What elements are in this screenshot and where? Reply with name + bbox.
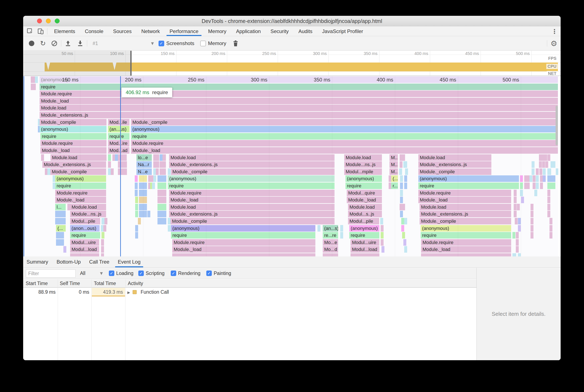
flame-bar-sliver[interactable] [518,253,521,256]
flame-bar-sliver[interactable] [153,175,156,182]
flame-bar-sliver[interactable] [380,218,383,224]
flame-bar-sliver[interactable] [547,190,550,196]
flame-bar-mo-d[interactable]: Mo...d [323,246,338,253]
flame-bar-sliver[interactable] [158,211,166,217]
flame-bar-sliver[interactable] [139,211,147,217]
flame-bar-sliver[interactable] [158,197,166,203]
tab-bottom-up[interactable]: Bottom-Up [57,256,81,267]
flame-bar-module-compile[interactable]: Module._compile [171,168,334,175]
flame-bar-sliver[interactable] [56,232,64,238]
flame-bar-sliver[interactable] [121,154,127,161]
flame-bar-sliver[interactable] [404,218,407,224]
flame-bar-sliver[interactable] [527,175,530,182]
flame-bar-sliver[interactable] [547,175,555,182]
tab-network[interactable]: Network [141,26,160,36]
tab-event-log[interactable]: Event Log [118,256,140,267]
flame-bar-sliver[interactable] [516,232,519,238]
flame-bar-sliver[interactable] [158,182,166,189]
flame-bar-sliver[interactable] [162,154,166,161]
flame-bar-sliver[interactable] [530,204,534,210]
flame-bar-sliver[interactable] [56,239,64,246]
flame-bar-sliver[interactable] [101,239,104,246]
flame-bar-module-compile[interactable]: Module._compile [418,168,491,175]
flame-bar-sliver[interactable] [534,190,537,196]
flame-bar-sliver[interactable] [516,239,519,246]
flame-bar-module-require[interactable]: Module.require [169,190,334,196]
flame-chart[interactable]: (anonymous)requireModule.requireModule._… [24,76,558,256]
flame-bar-sliver[interactable] [158,204,166,210]
row-disclosure-icon[interactable]: ▶ [127,288,130,296]
flame-bar-sliver[interactable] [139,204,147,210]
flame-bar-sliver[interactable] [135,232,138,238]
flame-bar-module-load[interactable]: Module.load [418,154,491,161]
flame-bar-sliver[interactable] [104,218,107,224]
flame-bar-sliver[interactable] [135,225,138,232]
record-button[interactable] [28,40,35,47]
flame-bar-sliver[interactable] [543,175,546,182]
flame-bar-module-load[interactable]: Module._load [421,246,511,253]
flame-bar-sliver[interactable] [101,253,104,256]
flame-bar-sliver[interactable] [138,218,141,224]
flame-bar-sliver[interactable] [118,161,127,168]
flame-bar-sliver[interactable] [101,246,104,253]
flame-bar-na-r[interactable]: Na...r [136,161,152,168]
flame-bar-sliver[interactable] [33,84,36,90]
flame-bar--anonymous-[interactable]: (anonymous) [418,175,519,182]
flame-bar-sliver[interactable] [421,253,511,256]
column-header-start-time[interactable]: Start Time [26,279,48,288]
flame-bar-sliver[interactable] [547,182,555,189]
flame-bar-module-extensions-js[interactable]: Module._extensions..js [169,161,334,168]
flame-bar--anonymous-[interactable]: (anonymous) [40,76,558,83]
flame-bar-sliver[interactable] [405,168,408,175]
flame-bar--anonymous-[interactable]: (anonymous) [55,175,106,182]
flame-bar-require[interactable]: require [70,232,100,238]
flame-bar-sliver[interactable] [156,154,159,161]
flame-bar-sliver[interactable] [532,168,534,175]
flame-bar-module-require[interactable]: Module.require [40,90,558,97]
flame-bar-m-[interactable]: M... [390,168,398,175]
flame-bar-sliver[interactable] [520,182,523,189]
flame-bar-module-load[interactable]: Module.load [50,154,106,161]
flame-bar-sliver[interactable] [102,218,104,224]
flame-bar-n-e[interactable]: N...e [136,168,152,175]
flame-bar-mod-ile[interactable]: Mod...ile [108,119,130,126]
flame-bar-sliver[interactable] [547,197,550,203]
tab-security[interactable]: Security [270,26,289,36]
flame-bar-sliver[interactable] [401,225,404,232]
flame-bar--anon-ous-[interactable]: (anon...ous) [70,225,100,232]
flame-bar-sliver[interactable] [514,190,517,196]
flame-bar-sliver[interactable] [381,232,384,238]
flame-bar-sliver[interactable] [111,168,114,175]
flame-bar-module-load[interactable]: Module.load [169,204,334,210]
tab-elements[interactable]: Elements [54,26,75,36]
flame-bar-require[interactable]: require [40,133,106,140]
flame-bar-module-load[interactable]: Module.load [348,204,382,210]
overview-selection-handle[interactable] [130,51,132,76]
flame-bar-sliver[interactable] [156,161,159,168]
flame-bar-sliver[interactable] [55,218,66,224]
flame-bar-sliver[interactable] [156,168,159,175]
flame-bar-sliver[interactable] [67,204,70,210]
flame-bar-module-require[interactable]: Module.require [40,140,106,146]
flame-bar-modul-uire[interactable]: Modul...uire [350,239,379,246]
flame-bar-module-compile[interactable]: Module._compile [131,119,558,126]
column-header-total-time[interactable]: Total Time [94,279,116,288]
flame-bar-module-load[interactable]: Module._load [418,197,511,203]
memory-checkbox[interactable] [200,41,206,46]
flame-bar-sliver[interactable] [162,168,166,175]
flame-bar-sliver[interactable] [153,161,156,168]
painting-checkbox[interactable]: ✓ [206,270,212,276]
tab-summary[interactable]: Summary [26,256,48,267]
flame-bar-require[interactable]: require [168,182,334,189]
flame-bar-sliver[interactable] [399,168,402,175]
flame-bar-sliver[interactable] [404,246,407,253]
flame-bar-module-extensions-js[interactable]: Module._extensions..js [169,211,334,217]
flame-bar-sliver[interactable] [547,154,550,161]
filter-input[interactable] [26,270,76,278]
flame-bar-sliver[interactable] [350,253,379,256]
flame-bar-sliver[interactable] [135,204,138,210]
flame-bar-sliver[interactable] [162,161,166,168]
flame-bar-sliver[interactable] [153,154,156,161]
flame-bar-module-require[interactable]: Module.require [131,140,558,146]
flame-bar--anonymous-[interactable]: (anonymous) [40,126,106,132]
